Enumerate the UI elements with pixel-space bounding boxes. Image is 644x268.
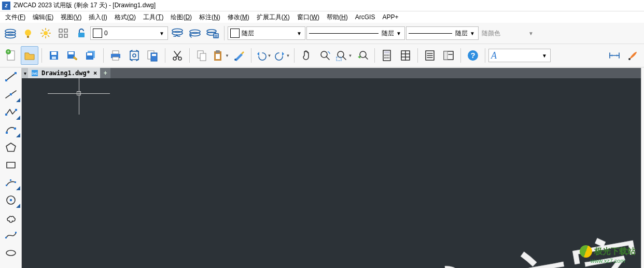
svg-rect-91 xyxy=(15,72,17,74)
menu-APP+[interactable]: APP+ xyxy=(379,12,401,22)
lineweight-text: 随层 xyxy=(455,29,468,38)
menu-bar: 文件(F)编辑(E)视图(V)插入(I)格式(O)工具(T)绘图(D)标注(N)… xyxy=(0,11,644,23)
polygon-tool[interactable] xyxy=(0,138,21,156)
color-dropdown-text: 随层 xyxy=(242,29,254,38)
svg-line-10 xyxy=(42,30,44,31)
polyline-tool[interactable] xyxy=(0,103,21,121)
layer-states-button[interactable] xyxy=(169,24,186,42)
zoom-window-button[interactable]: ▼ xyxy=(335,46,353,65)
arc3p-tool[interactable] xyxy=(0,174,21,191)
circle-tool[interactable] xyxy=(0,191,21,209)
svg-rect-81 xyxy=(444,51,447,60)
svg-rect-42 xyxy=(130,51,138,60)
svg-text:+: + xyxy=(7,49,9,54)
menu-编辑[interactable]: 编辑(E) xyxy=(30,12,57,23)
revision-cloud-tool[interactable] xyxy=(0,209,21,227)
lightbulb-icon[interactable] xyxy=(20,24,36,42)
rectangle-tool[interactable] xyxy=(0,156,21,174)
window-title: ZWCAD 2023 试用版 (剩余 17 天) - [Drawing1.dwg… xyxy=(13,1,156,10)
svg-point-43 xyxy=(133,54,136,57)
color-swatch xyxy=(230,29,240,38)
chevron-down-icon: ▼ xyxy=(394,31,403,36)
svg-rect-33 xyxy=(52,57,56,59)
separator xyxy=(251,48,251,63)
menu-工具[interactable]: 工具(T) xyxy=(140,12,166,23)
draw-toolbar xyxy=(0,68,22,268)
saveas-button[interactable] xyxy=(64,46,81,65)
menu-帮助[interactable]: 帮助(H) xyxy=(324,12,351,23)
design-center-button[interactable] xyxy=(440,46,457,65)
construction-line-tool[interactable] xyxy=(0,86,21,103)
menu-插入[interactable]: 插入(I) xyxy=(86,12,110,23)
svg-rect-46 xyxy=(152,54,156,56)
line-preview xyxy=(309,33,379,34)
undo-button[interactable]: ▼ xyxy=(255,46,272,65)
menu-扩展工具[interactable]: 扩展工具(X) xyxy=(254,12,293,23)
drawing-canvas[interactable]: ▾ DWG Drawing1.dwg* × + 输入文字 极光下载站 www.x… xyxy=(22,68,641,268)
new-tab-button[interactable]: + xyxy=(100,68,110,78)
document-tab[interactable]: DWG Drawing1.dwg* × xyxy=(28,68,100,78)
ellipse-tool[interactable] xyxy=(0,244,21,262)
layer-manager-button[interactable] xyxy=(2,24,19,42)
zoom-realtime-button[interactable] xyxy=(316,46,334,65)
cut-button[interactable] xyxy=(169,46,186,65)
copy-button[interactable] xyxy=(193,46,211,65)
print-preview-button[interactable] xyxy=(125,46,143,65)
dwg-icon: DWG xyxy=(31,69,38,77)
spline-tool[interactable] xyxy=(0,227,21,244)
arc-tool[interactable] xyxy=(0,121,21,138)
dimension-button[interactable] xyxy=(606,46,623,65)
redo-button[interactable]: ▼ xyxy=(273,46,291,65)
menu-标注[interactable]: 标注(N) xyxy=(196,12,223,23)
linetype-dropdown[interactable]: 随层 ▼ xyxy=(306,26,405,40)
lineweight-preview xyxy=(409,33,452,34)
print-button[interactable] xyxy=(107,46,124,65)
menu-修改[interactable]: 修改(M) xyxy=(225,12,253,23)
calculator-button[interactable] xyxy=(378,46,396,65)
textstyle-dropdown[interactable]: A ▼ xyxy=(488,49,551,62)
pan-button[interactable] xyxy=(298,46,315,65)
menu-格式[interactable]: 格式(O) xyxy=(111,12,139,23)
lock-icon[interactable] xyxy=(73,24,89,42)
linetype-text: 随层 xyxy=(382,29,394,38)
layer-previous-button[interactable] xyxy=(187,24,203,42)
svg-line-63 xyxy=(365,57,368,59)
lineweight-dropdown[interactable]: 随层 ▼ xyxy=(406,26,479,40)
canvas-text-placeholder: 输入文字 xyxy=(347,219,641,268)
help-button[interactable]: ? xyxy=(464,46,482,65)
table-button[interactable] xyxy=(397,46,414,65)
grid-icon[interactable] xyxy=(55,24,72,42)
svg-line-12 xyxy=(42,35,44,37)
svg-rect-54 xyxy=(216,50,220,53)
paste-button[interactable]: ▼ xyxy=(212,46,229,65)
menu-文件[interactable]: 文件(F) xyxy=(2,12,29,23)
layer-dropdown[interactable]: 0 ▼ xyxy=(90,26,168,40)
properties-button[interactable] xyxy=(421,46,439,65)
save-button[interactable] xyxy=(45,46,63,65)
svg-point-107 xyxy=(6,250,16,256)
chevron-down-icon: ▼ xyxy=(295,31,304,36)
svg-rect-96 xyxy=(6,132,8,134)
sun-freeze-icon[interactable] xyxy=(37,24,54,42)
layer-properties-button[interactable] xyxy=(204,24,221,42)
menu-视图[interactable]: 视图(V) xyxy=(58,12,85,23)
svg-line-11 xyxy=(48,35,49,37)
line-tool[interactable] xyxy=(0,68,21,86)
svg-rect-15 xyxy=(64,29,67,32)
close-tab-button[interactable]: × xyxy=(93,69,97,77)
bycolor-dropdown[interactable]: 随颜色 ▼ xyxy=(480,26,537,40)
svg-point-88 xyxy=(628,58,631,60)
new-button[interactable]: + xyxy=(2,46,20,65)
zoom-previous-button[interactable] xyxy=(354,46,371,65)
open-button[interactable] xyxy=(21,46,38,65)
menu-ArcGIS[interactable]: ArcGIS xyxy=(352,12,379,22)
publish-button[interactable] xyxy=(144,46,162,65)
match-props-button[interactable] xyxy=(230,46,248,65)
tab-list-handle[interactable]: ▾ xyxy=(22,68,28,78)
menu-窗口[interactable]: 窗口(W) xyxy=(294,12,323,23)
saveall-button[interactable] xyxy=(82,46,100,65)
svg-rect-70 xyxy=(386,57,388,59)
color-dropdown[interactable]: 随层 ▼ xyxy=(228,26,305,40)
brush-button[interactable] xyxy=(624,46,642,65)
menu-绘图[interactable]: 绘图(D) xyxy=(167,12,195,23)
